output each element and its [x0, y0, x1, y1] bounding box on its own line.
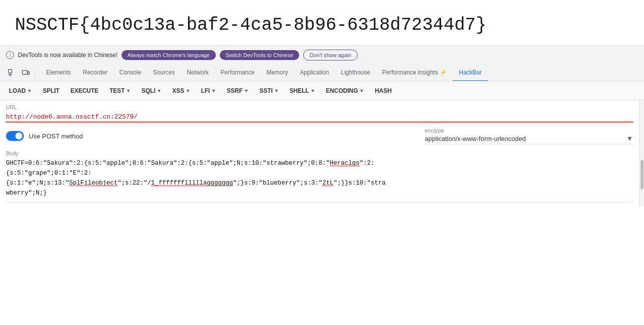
tab-hackbar[interactable]: HackBar: [453, 65, 488, 81]
svg-rect-0: [8, 69, 12, 73]
tab-console[interactable]: Console: [113, 65, 147, 81]
ssrf-button[interactable]: SSRF ▼: [222, 86, 254, 96]
enctype-label: enctype: [425, 128, 633, 133]
tab-separator: [35, 68, 35, 78]
tab-performance-insights[interactable]: Performance insights ⚡: [376, 65, 453, 81]
notification-bar: i DevTools is now available in Chinese! …: [0, 45, 644, 65]
match-language-button[interactable]: Always match Chrome's language: [122, 50, 216, 60]
hackbar-content: URL Use POST method enctype application/…: [0, 100, 639, 206]
devtools-inner: URL Use POST method enctype application/…: [0, 100, 644, 206]
body-label: Body: [6, 150, 633, 156]
body-content: GHCTF=0:6:"Sakura":2:{s:5:"apple";0:6:"S…: [6, 158, 633, 202]
scrollbar-track[interactable]: [639, 100, 644, 206]
hash-button[interactable]: HASH: [370, 86, 396, 96]
shell-arrow: ▼: [311, 88, 315, 93]
sqli-arrow: ▼: [157, 88, 161, 93]
switch-to-chinese-button[interactable]: Switch DevTools to Chinese: [220, 50, 299, 60]
info-icon: i: [6, 51, 14, 59]
sqli-button[interactable]: SQLI ▼: [136, 86, 166, 96]
test-arrow: ▼: [126, 88, 130, 93]
tab-network[interactable]: Network: [181, 65, 214, 81]
post-row: Use POST method enctype application/x-ww…: [6, 128, 633, 144]
load-button[interactable]: LOAD ▼: [4, 86, 37, 96]
xss-button[interactable]: XSS ▼: [167, 86, 195, 96]
devtools-panel: i DevTools is now available in Chinese! …: [0, 45, 644, 206]
path-underline: 1_ffffffflllllaggggggg: [151, 180, 233, 187]
lfi-arrow: ▼: [211, 88, 216, 93]
device-toolbar-icon[interactable]: [20, 67, 32, 79]
dont-show-again-button[interactable]: Don't show again: [303, 50, 358, 61]
xss-arrow: ▼: [186, 88, 190, 93]
enctype-select-wrapper[interactable]: application/x-www-form-urlencoded ▼: [425, 134, 633, 144]
ssti-button[interactable]: SSTI ▼: [255, 86, 284, 96]
splfileobject-underline: SplFileobject: [69, 180, 118, 187]
tab-sources[interactable]: Sources: [147, 65, 181, 81]
shell-button[interactable]: SHELL ▼: [285, 86, 320, 96]
devtools-tab-bar: Elements Recorder Console Sources Networ…: [0, 65, 644, 81]
enctype-dropdown-icon: ▼: [626, 134, 633, 142]
svg-rect-4: [28, 71, 29, 74]
tab-icons: [2, 67, 40, 79]
split-button[interactable]: SPLIT: [38, 86, 64, 96]
enctype-section: enctype application/x-www-form-urlencode…: [425, 128, 633, 144]
tab-memory[interactable]: Memory: [260, 65, 294, 81]
tab-lighthouse[interactable]: Lighthouse: [335, 65, 376, 81]
ssrf-arrow: ▼: [244, 88, 249, 93]
url-input[interactable]: [6, 112, 633, 123]
svg-rect-3: [22, 70, 27, 74]
post-label: Use POST method: [29, 132, 83, 140]
url-label: URL: [6, 104, 633, 110]
enctype-value: application/x-www-form-urlencoded: [425, 135, 626, 142]
notification-text: DevTools is now available in Chinese!: [18, 52, 118, 59]
toggle-slider: [6, 131, 24, 141]
post-toggle[interactable]: [6, 131, 24, 141]
test-button[interactable]: TEST ▼: [105, 86, 136, 96]
execute-button[interactable]: EXECUTE: [65, 86, 104, 96]
encoding-arrow: ▼: [359, 88, 364, 93]
tab-application[interactable]: Application: [294, 65, 335, 81]
lfi-button[interactable]: LFI ▼: [196, 86, 221, 96]
heraclgs-underline: Heraclgs: [330, 160, 360, 167]
page-content: NSSCTF{4bc0c13a-baf2-4ca5-8b96-6318d7234…: [0, 0, 644, 45]
encoding-button[interactable]: ENCODING ▼: [321, 86, 369, 96]
ssti-arrow: ▼: [274, 88, 279, 93]
2tl-underline: 2tL: [322, 180, 334, 187]
flag-display: NSSCTF{4bc0c13a-baf2-4ca5-8b96-6318d7234…: [15, 15, 629, 35]
tab-performance[interactable]: Performance: [214, 65, 260, 81]
tab-recorder[interactable]: Recorder: [77, 65, 113, 81]
hackbar-main: URL Use POST method enctype application/…: [0, 100, 639, 206]
inspect-icon[interactable]: [6, 67, 18, 79]
scrollbar-thumb[interactable]: [641, 160, 644, 190]
hackbar-toolbar: LOAD ▼ SPLIT EXECUTE TEST ▼ SQLI ▼ XSS ▼…: [0, 81, 644, 100]
load-arrow: ▼: [27, 88, 32, 93]
tab-elements[interactable]: Elements: [40, 65, 77, 81]
